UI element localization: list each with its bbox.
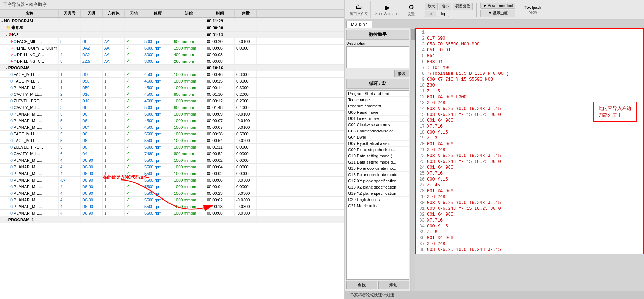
col-geom: 几何体	[103, 10, 125, 17]
code-line: 37X-6.248	[417, 241, 643, 247]
table-row[interactable]: ⬡ PLANAR_MIL... 4 D6-90 1 ✓ 5500 rpm 100…	[0, 170, 344, 177]
status-bar: UG茶杯者论坛快速计划速	[345, 291, 644, 299]
col-tool: 刀具	[81, 10, 103, 17]
code-line: 36G01 X4.966	[417, 235, 643, 241]
left-btn[interactable]: Left	[425, 11, 436, 17]
view-from-tool-btn[interactable]: ▼ View From Tool	[480, 3, 515, 9]
table-row[interactable]: ⬡ PLANAR_MIL... 4 D6-90 1 ✓ 5500 rpm 100…	[0, 164, 344, 170]
code-line: 33X7.716	[417, 218, 643, 223]
reset-view-btn[interactable]: 视图复位	[453, 3, 473, 10]
cnc-modify-btn[interactable]: 修改	[394, 70, 409, 77]
cnc-list-item[interactable]: G16 Polar coordinate mode	[347, 172, 409, 178]
table-row[interactable]: ⬡ PLANAR_MIL... 4A D6-90 1 ✓ 5500 rpm 10…	[0, 177, 344, 183]
code-line: 4G51 E0.01	[417, 47, 643, 53]
status-text: UG茶杯者论坛快速计划速	[348, 292, 394, 298]
table-row[interactable]: ⬡ CAVITY_MIL... 3 D6 1 ✓ 5000 rpm 800 mm…	[0, 104, 344, 111]
table-row[interactable]: ⬡ PLANAR_MIL... 4 D6-90 1 ✓ 5500 rpm 100…	[0, 210, 344, 216]
cnc-list-item[interactable]: G03 Counterclockwise ar...	[347, 128, 409, 134]
table-row[interactable]: -PROGRAM_1	[0, 216, 344, 223]
table-row[interactable]: ⬡ PLANAR_MIL... 4 D6-90 1 ✓ 5500 rpm 100…	[0, 183, 344, 190]
cnc-search-btn[interactable]: 查找	[346, 281, 377, 289]
table-row[interactable]: ⬡ PLANAR_MIL... 4 D6-90 1 ✓ 5500 rpm 100…	[0, 197, 344, 203]
table-row[interactable]: ⬡ PLANAR_MIL... 5 D6* 1 ✓ 4500 rpm 1000 …	[0, 124, 344, 131]
cnc-list-item[interactable]: G19 YZ plane specification	[347, 190, 409, 197]
cnc-list-item[interactable]: G04 Dwell	[347, 134, 409, 141]
table-row[interactable]: ⊘⬡ LINE_COPY_1_COPY DA2 AA ✓ 6000 rpm 15…	[0, 45, 344, 51]
cnc-add-btn[interactable]: 增加	[378, 281, 409, 289]
table-row[interactable]: ⬡ PLANAR_MIL... 4 D6-90 1 ✓ 5500 rpm 100…	[0, 157, 344, 164]
code-line: 2G17 G90	[417, 36, 643, 41]
settings-label: 设置	[407, 12, 415, 17]
cnc-list-item[interactable]: Program Start and End	[347, 91, 409, 97]
code-line: 17X7.716	[417, 124, 643, 130]
table-row[interactable]: ⬡ ZLEVEL_PRO... 2 D16 1 ✓ 4500 rpm 1000 …	[0, 98, 344, 104]
table-row[interactable]: 📁 未用项 00:00:00	[0, 24, 344, 32]
tab-mb-pin[interactable]: MB_pin *	[346, 21, 372, 28]
cnc-helper-panel: 数控助手 Description: 修改 循环 / 宏 Program Star…	[345, 28, 411, 291]
solid-animation-group: ▶ Solid Animation	[373, 3, 403, 17]
panel-title: 工序导航器 - 程序顺序	[0, 0, 344, 10]
table-row[interactable]: ⬡ PLANAR_MIL... 5 D6 1 ✓ 4500 rpm 1000 m…	[0, 117, 344, 124]
table-row[interactable]: ⬡ PLANAR_MIL... 4 D6-90 1 ✓ 5500 rpm 100…	[0, 190, 344, 197]
code-line: 23G03 X-6.248 Y-.15 I6.25 J0.0	[417, 159, 643, 165]
code-line: 7; T01 M06	[417, 65, 643, 71]
code-line: 25X7.716	[417, 171, 643, 176]
table-row[interactable]: ⬡ FACE_MILL... 1 D50 1 ✓ 4500 rpm 1000 m…	[0, 71, 344, 78]
zoom-in-btn[interactable]: 放大	[425, 3, 438, 10]
code-panel[interactable]: 12G17 G903G53 Z0 S5500 M03 M084G51 E0.01…	[415, 28, 644, 254]
table-row[interactable]: ⬡ CAVITY_MILL... 2 D16 1 ✓ 4500 rpm 800 …	[0, 91, 344, 98]
code-line: 34G00 Y.15	[417, 223, 643, 229]
cnc-cycle-title: 循环 / 宏	[346, 79, 409, 89]
table-row[interactable]: ⬡ PLANAR_MIL... 5 D6 1 ✓ 5000 rpm 1000 m…	[0, 111, 344, 117]
table-row[interactable]: ⊘⬡ DRILLING_C... 4 DA2 AA ✓ 3000 rpm 400…	[0, 51, 344, 58]
cnc-bottom-btns: 查找 增加	[346, 281, 409, 289]
table-row[interactable]: -PROGRAM 00:10:16	[0, 65, 344, 71]
zoom-out-btn[interactable]: 缩小	[439, 3, 451, 10]
cnc-list-item[interactable]: G18 XZ plane specification	[347, 184, 409, 190]
table-row[interactable]: ⬡ FACE_MILL... 5 D6 1 ✓ 5500 rpm 1000 mm…	[0, 131, 344, 137]
settings-group[interactable]: ⚙ 设置	[405, 1, 417, 18]
cnc-list-item[interactable]: G20 English units	[347, 197, 409, 203]
cnc-list-item[interactable]: G07 Hypothetical axis i...	[347, 141, 409, 147]
cnc-list-item[interactable]: Program comment	[347, 103, 409, 109]
top-btn[interactable]: Top	[438, 11, 449, 17]
cnc-list: Program Start and EndTool changeProgram …	[346, 90, 409, 280]
table-row[interactable]: ⬡ PLANAR_MIL... 1 D50 1 ✓ 4500 rpm 1000 …	[0, 84, 344, 91]
cnc-list-item[interactable]: G17 XY plane specification	[347, 178, 409, 184]
table-row[interactable]: ⬡ FACE_MILL... 5 D6 1 ✓ 5500 rpm 1000 mm…	[0, 137, 344, 144]
window-file-group: 🗂 窗口文件夹	[348, 1, 371, 18]
show-3d-btn[interactable]: ▼ 显示边框	[480, 10, 515, 17]
code-line: 20G01 X4.966	[417, 141, 643, 147]
view-label: View	[529, 10, 537, 14]
code-line: 24G01 X4.966	[417, 165, 643, 171]
cnc-list-item[interactable]: G00 Rapid move	[347, 109, 409, 116]
table-row[interactable]: ⊘⬡ FACE_MILL... 5 D6 AA ✓ 5000 rpm 600 m…	[0, 38, 344, 45]
table-row[interactable]: ⬡ CAVITY_MIL... 6 D4 1 ✓ 7480 rpm 800 mm…	[0, 150, 344, 157]
cnc-list-item[interactable]: G15 Polar coordinate mo...	[347, 165, 409, 172]
col-speed: 速度	[143, 10, 172, 17]
table-row[interactable]: ⬡ PLANAR_MIL... 4 D6-90 1 ✓ 5500 rpm 100…	[0, 203, 344, 210]
cnc-list-item[interactable]: G21 Metric units	[347, 203, 409, 209]
cnc-list-item[interactable]: G10 Data setting mode (...	[347, 153, 409, 159]
cnc-list-item[interactable]: Tool change	[347, 97, 409, 103]
table-row[interactable]: ⬡ ZLEVEL_PRO... 5 D6 1 ✓ 5000 rpm 1000 m…	[0, 144, 344, 150]
code-line: 19Z-.3	[417, 135, 643, 141]
code-line: 35Z-.6	[417, 229, 643, 235]
code-line: 18G00 Y.15	[417, 130, 643, 135]
cnc-list-item[interactable]: G09 Exact stop check fo...	[347, 147, 409, 153]
table-row[interactable]: -NC_PROGRAM 00:11:29	[0, 18, 344, 24]
table-row[interactable]: ⬡ FACE_MILL... 1 D50 1 ✓ 4500 rpm 1000 m…	[0, 78, 344, 84]
right-toolbar: 🗂 窗口文件夹 ▶ Solid Animation ⚙ 设置 放大 缩小 视图复…	[345, 0, 644, 20]
table-row[interactable]: ⊘⬡ DRILLING_C... 5 Z2.5 AA ✓ 3000 rpm 26…	[0, 58, 344, 65]
cnc-desc-box[interactable]	[346, 46, 409, 68]
col-feed: 进给	[172, 10, 205, 17]
solid-animation-label: Solid Animation	[375, 12, 400, 16]
code-line: 10Z30.	[417, 83, 643, 88]
cnc-list-item[interactable]: G01 Linear move	[347, 116, 409, 122]
toolpath-label: Toolpath	[524, 5, 541, 10]
cnc-list-item[interactable]: G11 Data setting mode d...	[347, 159, 409, 165]
table-row[interactable]: -⊘ K-3 00:01:13	[0, 32, 344, 38]
code-line: 9G00 X7.716 Y.15 S5500 M03	[417, 77, 643, 83]
cnc-list-item[interactable]: G02 Clockwise arc move	[347, 122, 409, 128]
code-line: 12G01 X4.966 F300.	[417, 94, 643, 100]
